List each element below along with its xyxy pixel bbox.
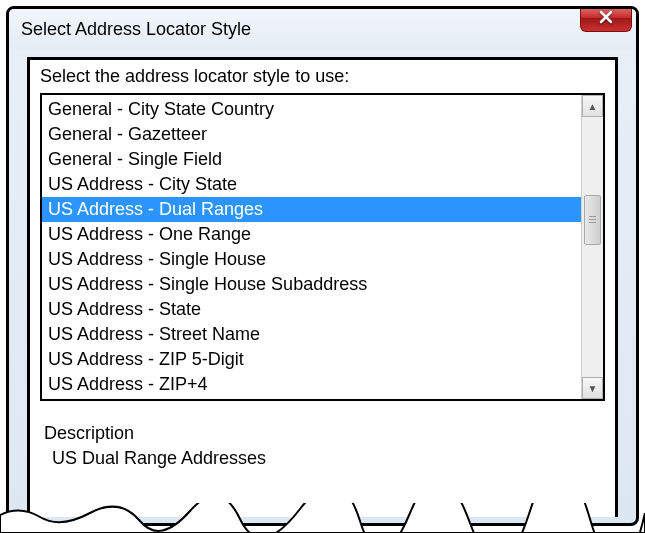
dialog-title: Select Address Locator Style	[21, 19, 251, 40]
list-item[interactable]: US Address - ZIP 5-Digit	[42, 347, 581, 372]
description-value: US Dual Range Addresses	[44, 448, 601, 469]
scroll-thumb[interactable]	[584, 195, 601, 245]
list-item[interactable]: US Address - Single House Subaddress	[42, 272, 581, 297]
chevron-up-icon: ▲	[588, 101, 598, 112]
chevron-down-icon: ▼	[588, 383, 598, 394]
description-section: Description US Dual Range Addresses	[40, 423, 605, 469]
list-item[interactable]: General - City State Country	[42, 97, 581, 122]
locator-style-listbox[interactable]: General - City State CountryGeneral - Ga…	[40, 93, 605, 401]
list-item[interactable]: US Address - ZIP+4	[42, 372, 581, 397]
list-item[interactable]: General - Gazetteer	[42, 122, 581, 147]
list-item[interactable]: US Address - One Range	[42, 222, 581, 247]
scroll-up-button[interactable]: ▲	[582, 95, 603, 117]
titlebar: Select Address Locator Style	[9, 9, 636, 49]
list-item[interactable]: General - Single Field	[42, 147, 581, 172]
list-item[interactable]: US Address - State	[42, 297, 581, 322]
list-item[interactable]: US Address - Street Name	[42, 322, 581, 347]
dialog-window: Select Address Locator Style Select the …	[6, 6, 639, 526]
prompt-label: Select the address locator style to use:	[40, 66, 605, 87]
vertical-scrollbar[interactable]: ▲ ▼	[581, 95, 603, 399]
list-item[interactable]: US Address - City State	[42, 172, 581, 197]
close-button[interactable]	[580, 6, 632, 32]
description-label: Description	[44, 423, 601, 444]
scroll-track[interactable]	[582, 117, 603, 377]
list-item[interactable]: US Address - Dual Ranges	[42, 197, 581, 222]
listbox-items[interactable]: General - City State CountryGeneral - Ga…	[42, 95, 581, 399]
scroll-down-button[interactable]: ▼	[582, 377, 603, 399]
close-icon	[599, 10, 613, 28]
list-item[interactable]: US Address - Single House	[42, 247, 581, 272]
content-panel: Select the address locator style to use:…	[27, 57, 618, 517]
